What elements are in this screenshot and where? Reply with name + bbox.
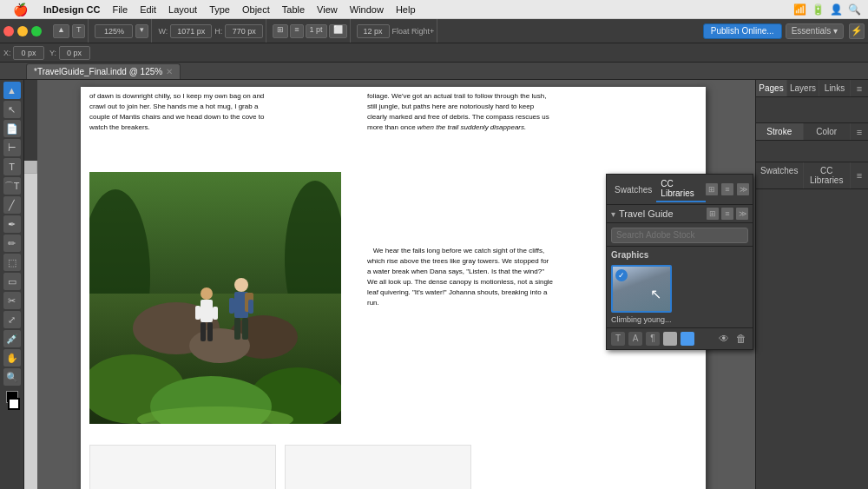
type-tool[interactable]: T xyxy=(3,158,21,175)
layout-menu[interactable]: Layout xyxy=(162,0,203,18)
rectangle-frame-tool[interactable]: ⬚ xyxy=(3,254,21,271)
pen-tool[interactable]: ✒ xyxy=(3,215,21,233)
selection-tool-btn[interactable]: ▲ xyxy=(53,24,69,38)
page-tool[interactable]: 📄 xyxy=(3,120,21,137)
grid-view-icon[interactable]: ⊞ xyxy=(706,183,718,195)
type-tool-btn[interactable]: T xyxy=(72,24,86,38)
height-input[interactable] xyxy=(225,24,263,38)
panel-options-btn[interactable]: ≡ xyxy=(851,80,868,96)
view-menu[interactable]: View xyxy=(311,0,344,18)
text-frame-btn[interactable]: ⬜ xyxy=(329,24,347,38)
cc-list-icon[interactable]: ≡ xyxy=(721,208,733,220)
cc-checkmark-icon: ✓ xyxy=(615,269,628,281)
article-text-right-top: foliage. We've got an actual trail to fo… xyxy=(367,91,554,133)
pages-panel-tab[interactable]: Pages xyxy=(756,80,787,96)
battery-icon: 🔋 xyxy=(812,3,825,16)
cc-title-arrow-icon: ▾ xyxy=(611,209,615,219)
color-panel-tab[interactable]: Color xyxy=(804,123,852,140)
apple-menu[interactable]: 🍎 xyxy=(7,0,34,18)
zoom-tool[interactable]: 🔍 xyxy=(3,368,21,386)
article-text-right-body: We hear the falls long before we catch s… xyxy=(367,246,554,308)
xy-label: X: xyxy=(3,46,44,60)
svg-point-57 xyxy=(189,328,250,363)
distribute-btn[interactable]: ≡ xyxy=(290,24,303,38)
svg-rect-72 xyxy=(195,306,201,320)
svg-rect-66 xyxy=(229,298,234,314)
toolbar-zoom-group: ▾ xyxy=(92,19,152,43)
cc-search-input[interactable] xyxy=(611,228,748,243)
y-input[interactable] xyxy=(59,46,90,60)
para-style-icon[interactable]: ¶ xyxy=(646,332,660,346)
edit-menu[interactable]: Edit xyxy=(134,0,162,18)
selection-tool[interactable]: ▲ xyxy=(3,82,21,99)
cc-libraries-panel-tab[interactable]: CC Libraries xyxy=(804,162,852,188)
pencil-tool[interactable]: ✏ xyxy=(3,235,21,252)
cc-libraries-tab[interactable]: CC Libraries xyxy=(656,176,706,202)
char-style-icon[interactable]: A xyxy=(628,332,642,346)
zoom-input[interactable] xyxy=(95,24,133,38)
search-menu-icon[interactable]: 🔍 xyxy=(848,3,861,16)
direct-select-tool[interactable]: ↖ xyxy=(3,101,21,118)
x-input[interactable] xyxy=(13,46,44,60)
minimize-window-button[interactable] xyxy=(17,26,28,36)
tab-close-icon[interactable]: ✕ xyxy=(166,67,173,76)
swatches-panel-tab[interactable]: Swatches xyxy=(756,162,804,188)
stroke-indicator[interactable] xyxy=(8,398,20,410)
object-menu[interactable]: Object xyxy=(236,0,276,18)
align-btn[interactable]: ⊞ xyxy=(273,24,288,38)
help-menu[interactable]: Help xyxy=(390,0,422,18)
line-tool[interactable]: ╱ xyxy=(3,196,21,214)
gap-tool[interactable]: ⊢ xyxy=(3,139,21,156)
graphic-add-icon[interactable] xyxy=(681,332,694,346)
window-menu[interactable]: Window xyxy=(344,0,390,18)
list-view-icon[interactable]: ≡ xyxy=(721,183,733,195)
stroke-input[interactable] xyxy=(357,24,390,38)
cc-cursor-icon: ↖ xyxy=(650,286,661,302)
cc-thumb-label: Climbing young... xyxy=(611,315,672,324)
ruler-vertical xyxy=(24,161,37,489)
width-input[interactable] xyxy=(170,24,212,38)
cc-menu-icon[interactable]: ≫ xyxy=(736,208,748,220)
svg-point-68 xyxy=(201,287,213,300)
publish-online-button[interactable]: Publish Online... xyxy=(703,23,782,39)
delete-icon[interactable]: 🗑 xyxy=(734,332,748,346)
svg-rect-50 xyxy=(24,161,37,489)
window-controls xyxy=(3,26,42,36)
type-menu[interactable]: Type xyxy=(203,0,236,18)
cc-libraries-panel: Swatches CC Libraries ⊞ ≡ ≫ ▾ Travel Gui… xyxy=(606,174,753,350)
eyedropper-tool[interactable]: 💉 xyxy=(3,330,21,347)
text-col-right-top: foliage. We've got an actual trail to fo… xyxy=(367,91,554,239)
close-window-button[interactable] xyxy=(3,26,14,36)
swatches-options-btn[interactable]: ≡ xyxy=(851,162,868,188)
doc-tab-name: *TravelGuide_Final.indd @ 125% xyxy=(34,67,162,76)
svg-rect-71 xyxy=(207,322,213,341)
table-menu[interactable]: Table xyxy=(276,0,311,18)
color-swatch-icon[interactable] xyxy=(663,332,677,346)
stroke-options-btn[interactable]: ≡ xyxy=(851,123,868,140)
essentials-button[interactable]: Essentials ▾ xyxy=(786,23,844,39)
document-tab[interactable]: *TravelGuide_Final.indd @ 125% ✕ xyxy=(26,63,181,79)
rectangle-tool[interactable]: ▭ xyxy=(3,273,21,290)
hand-tool[interactable]: ✋ xyxy=(3,349,21,367)
links-panel-tab[interactable]: Links xyxy=(819,80,851,96)
panel-menu-icon[interactable]: ≫ xyxy=(737,183,749,195)
eye-icon[interactable]: 👁 xyxy=(717,332,731,346)
app-name-menu[interactable]: InDesign CC xyxy=(37,0,106,18)
free-transform-tool[interactable]: ⤢ xyxy=(3,311,21,328)
stroke-panel-tab[interactable]: Stroke xyxy=(756,123,804,140)
bottom-frame-right xyxy=(285,445,471,489)
zoom-dropdown-btn[interactable]: ▾ xyxy=(135,24,148,38)
lightning-btn[interactable]: ⚡ xyxy=(849,23,865,39)
fullscreen-window-button[interactable] xyxy=(31,26,42,36)
svg-point-61 xyxy=(234,278,248,292)
file-menu[interactable]: File xyxy=(106,0,134,18)
stroke-panel-content xyxy=(756,141,868,162)
stroke-weight-btn[interactable]: 1 pt xyxy=(306,24,327,38)
cc-thumbnail[interactable]: ✓ ↖ xyxy=(611,265,672,313)
cc-grid-icon[interactable]: ⊞ xyxy=(707,208,719,220)
text-add-icon[interactable]: T xyxy=(611,332,625,346)
swatches-tab[interactable]: Swatches xyxy=(610,182,656,197)
type-on-path-tool[interactable]: ⌒T xyxy=(3,177,21,195)
scissors-tool[interactable]: ✂ xyxy=(3,292,21,309)
layers-panel-tab[interactable]: Layers xyxy=(787,80,819,96)
